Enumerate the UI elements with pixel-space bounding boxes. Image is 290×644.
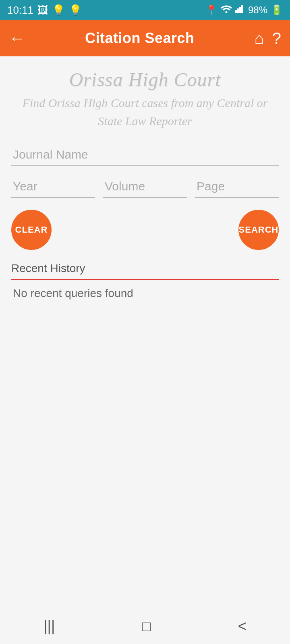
main-content: Orissa High Court Find Orissa High Court…	[0, 56, 290, 608]
svg-rect-1	[235, 10, 237, 13]
year-volume-page-row	[11, 174, 279, 198]
search-button[interactable]: SEARCH	[238, 210, 279, 250]
status-time: 10:11	[7, 4, 33, 17]
bottom-nav: ||| □ <	[0, 608, 290, 644]
year-input[interactable]	[11, 174, 95, 198]
location-icon: 📍	[205, 4, 218, 16]
recent-history-section: Recent History No recent queries found	[11, 262, 279, 300]
page-title: Citation Search	[85, 30, 195, 47]
bulb-icon-2: 💡	[69, 4, 82, 17]
wifi-icon	[221, 4, 232, 16]
search-form: CLEAR SEARCH	[11, 142, 279, 250]
back-nav-icon[interactable]: <	[238, 618, 246, 635]
svg-point-0	[225, 11, 227, 13]
status-bar: 10:11 🖼 💡 💡 📍 98% 🔋	[0, 0, 290, 20]
home-button[interactable]: ⌂	[255, 29, 264, 47]
nav-bar: ← Citation Search ⌂ ?	[0, 20, 290, 56]
battery-percent: 98%	[248, 4, 267, 16]
nav-bar-icons: ⌂ ?	[255, 29, 281, 47]
page-input[interactable]	[195, 174, 279, 198]
recent-history-label: Recent History	[11, 262, 279, 275]
home-nav-icon[interactable]: □	[142, 618, 151, 635]
menu-icon[interactable]: |||	[44, 618, 55, 635]
battery-icon: 🔋	[271, 4, 283, 16]
clear-button[interactable]: CLEAR	[11, 210, 52, 250]
status-bar-right: 📍 98% 🔋	[205, 4, 283, 16]
court-subtitle: Find Orissa High Court cases from any Ce…	[11, 94, 279, 130]
volume-input[interactable]	[103, 174, 187, 198]
bulb-icon: 💡	[52, 4, 65, 17]
svg-rect-3	[239, 7, 241, 13]
court-title: Orissa High Court	[11, 68, 279, 91]
image-icon: 🖼	[37, 4, 48, 17]
status-bar-left: 10:11 🖼 💡 💡	[7, 4, 82, 17]
no-queries-text: No recent queries found	[13, 287, 133, 299]
recent-history-divider	[11, 279, 279, 280]
svg-rect-4	[241, 5, 243, 13]
help-button[interactable]: ?	[272, 29, 281, 47]
back-button[interactable]: ←	[9, 29, 25, 47]
journal-name-input[interactable]	[11, 142, 279, 166]
svg-rect-2	[237, 8, 239, 13]
signal-icon	[235, 4, 245, 16]
buttons-row: CLEAR SEARCH	[11, 210, 279, 250]
